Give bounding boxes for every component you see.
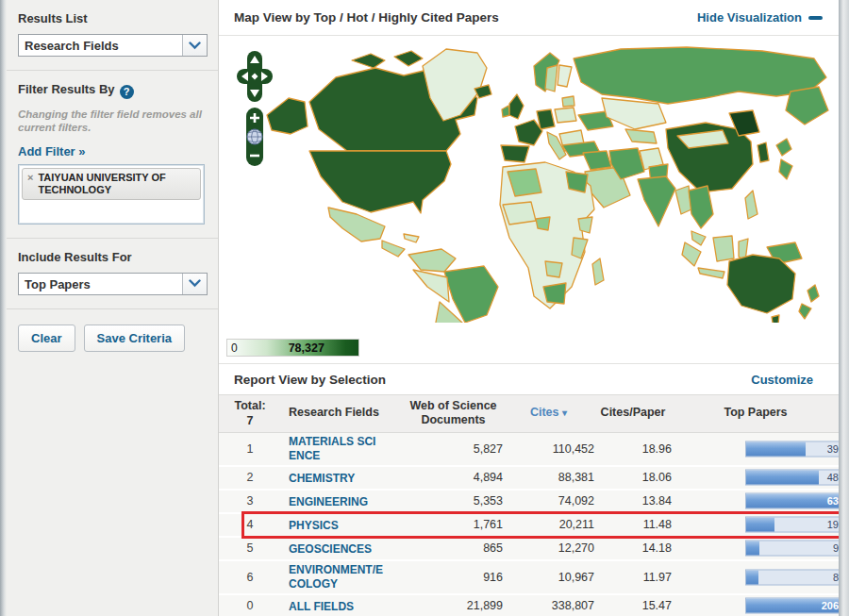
wos-docs-value: 4,894 [404,471,503,484]
top-papers-value: 206 [822,600,839,611]
cites-per-paper-value: 14.18 [594,541,672,555]
filter-title: Filter Results By? [18,82,207,99]
table-row[interactable]: 6 ENVIRONMENT/ECOLOGY 916 10,967 11.97 8 [219,561,840,595]
table-row[interactable]: 1 MATERIALS SCIENCE 5,827 110,452 18.96 … [219,433,840,467]
column-header-cites[interactable]: Cites ▾ [503,406,594,421]
table-row[interactable]: 2 CHEMISTRY 4,894 88,381 18.06 48 [219,467,840,491]
top-papers-value: 39 [827,442,839,454]
table-row[interactable]: 5 GEOSCIENCES 865 12,270 14.18 9 [219,538,840,561]
top-papers-value: 19 [827,519,839,530]
include-results-label: Include Results For [18,250,207,264]
world-map[interactable] [262,40,838,323]
active-filters-box: × TAIYUAN UNIVERSITY OF TECHNOLOGY [18,164,205,225]
filter-section: Filter Results By? Changing the filter f… [7,71,218,239]
map-controls[interactable] [236,49,274,170]
column-header-research-fields[interactable]: Research Fields [281,406,404,421]
cites-label: Cites [530,406,559,419]
vertical-scrollbar[interactable] [839,0,849,616]
row-rank: 5 [219,541,281,555]
cites-value: 12,270 [503,541,594,555]
top-papers-bar[interactable]: 48 [745,470,842,486]
row-rank: 0 [219,599,281,612]
top-papers-bar[interactable]: 8 [745,569,842,585]
save-criteria-button[interactable]: Save Criteria [84,325,186,352]
field-link[interactable]: MATERIALS SCIENCE [289,435,383,463]
field-link[interactable]: PHYSICS [289,519,383,533]
hide-visualization-label: Hide Visualization [697,10,802,25]
table-header-row: Total: 7 Research Fields Web of Science … [219,394,840,433]
map-visualization[interactable]: 0 78,327 [219,36,840,364]
table-row[interactable]: 3 ENGINEERING 5,353 74,092 13.84 63 [219,491,840,514]
cites-value: 20,211 [503,518,594,531]
include-results-value: Top Papers [19,274,182,294]
results-list-section: Results List Research Fields [7,0,218,71]
field-link[interactable]: GEOSCIENCES [289,542,383,557]
include-results-dropdown[interactable]: Top Papers [18,273,208,295]
map-view-title: Map View by Top / Hot / Highly Cited Pap… [234,10,499,25]
cites-value: 74,092 [503,494,594,508]
total-header: Total: 7 [219,398,281,429]
cites-per-paper-value: 18.06 [594,471,672,484]
table-body: 1 MATERIALS SCIENCE 5,827 110,452 18.96 … [219,433,840,616]
row-rank: 4 [219,518,281,531]
report-view-title: Report View by Selection [234,373,386,387]
results-list-value: Research Fields [19,35,182,56]
top-papers-value: 48 [827,472,839,483]
cites-per-paper-value: 13.84 [594,494,672,508]
wos-docs-value: 865 [404,541,503,555]
wos-docs-value: 5,827 [404,442,503,456]
chevron-down-icon [182,274,207,294]
top-papers-bar[interactable]: 19 [745,517,842,533]
filter-title-text: Filter Results By [18,82,115,96]
scale-min-label: 0 [231,341,238,355]
table-row-physics[interactable]: 4 PHYSICS 1,761 20,211 11.48 19 [219,514,840,538]
add-filter-link[interactable]: Add Filter » [18,144,86,158]
row-rank: 2 [219,471,281,484]
map-view-header: Map View by Top / Hot / Highly Cited Pap… [219,0,840,36]
results-list-label: Results List [18,11,207,25]
row-rank: 6 [219,571,281,584]
sidebar-buttons: Clear Save Criteria [7,309,218,367]
cites-value: 10,967 [503,571,594,584]
column-header-cites-per-paper[interactable]: Cites/Paper [594,406,672,421]
include-results-section: Include Results For Top Papers [7,239,218,309]
filter-tag-label: TAIYUAN UNIVERSITY OF TECHNOLOGY [38,172,195,196]
total-label: Total: [219,398,281,413]
cites-per-paper-value: 11.97 [594,571,672,584]
field-link[interactable]: ENGINEERING [289,495,383,509]
hide-visualization-link[interactable]: Hide Visualization [697,10,823,25]
zoom-control [246,108,263,166]
field-link[interactable]: ALL FIELDS [289,600,383,614]
pan-control [237,51,273,102]
top-papers-bar[interactable]: 63 [745,493,842,509]
total-count: 7 [219,413,281,428]
chevron-down-icon [182,35,207,56]
top-papers-bar[interactable]: 206 [745,598,842,614]
help-icon[interactable]: ? [120,85,134,99]
customize-link[interactable]: Customize [751,373,813,387]
top-papers-value: 63 [827,495,839,507]
results-list-dropdown[interactable]: Research Fields [18,34,208,57]
top-papers-bar[interactable]: 9 [745,541,842,557]
clear-button[interactable]: Clear [18,325,75,352]
field-link[interactable]: CHEMISTRY [289,472,383,486]
row-rank: 1 [219,442,281,456]
map-color-scale: 0 78,327 [226,339,359,357]
esi-page: Results List Research Fields Filter Resu… [0,0,849,616]
table-row[interactable]: 0 ALL FIELDS 21,899 338,807 15.47 206 [219,595,840,616]
top-papers-bar[interactable]: 39 [745,441,842,457]
filter-tag[interactable]: × TAIYUAN UNIVERSITY OF TECHNOLOGY [22,168,201,200]
report-view-header: Report View by Selection Customize [219,364,840,394]
cites-value: 88,381 [503,471,594,484]
wos-docs-value: 1,761 [404,518,503,531]
main-panel: Map View by Top / Hot / Highly Cited Pap… [219,0,840,616]
column-header-wos-documents[interactable]: Web of Science Documents [404,399,503,428]
column-header-top-papers[interactable]: Top Papers [672,406,840,421]
field-link[interactable]: ENVIRONMENT/ECOLOGY [289,563,383,591]
cites-value: 338,807 [503,599,594,612]
remove-filter-icon[interactable]: × [27,172,33,184]
wos-docs-value: 5,353 [404,494,503,508]
cites-per-paper-value: 11.48 [594,518,672,531]
row-rank: 3 [219,494,281,508]
cites-per-paper-value: 18.96 [594,442,672,456]
